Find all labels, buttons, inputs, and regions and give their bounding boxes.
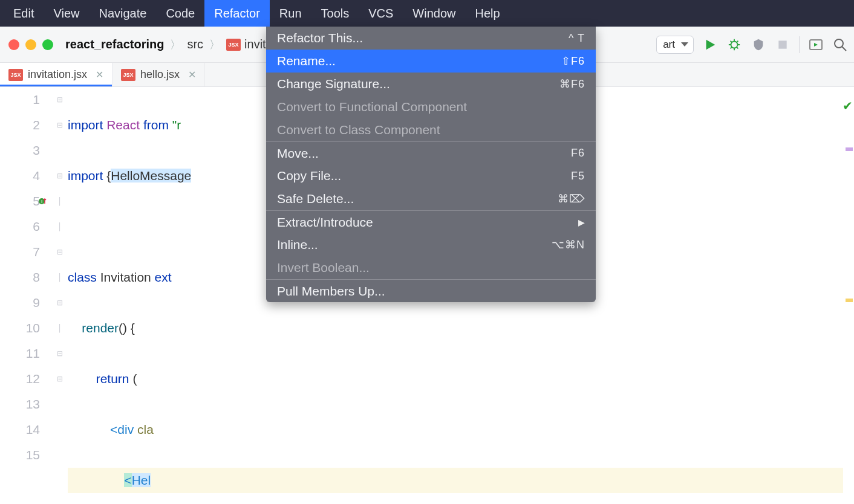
tab-label: invitation.jsx: [28, 68, 87, 81]
menu-safe-delete[interactable]: Safe Delete... ⌘⌦: [266, 187, 596, 210]
line-number: 7: [0, 239, 42, 265]
shortcut-label: ⌥⌘N: [552, 238, 585, 251]
menubar: Edit View Navigate Code Refactor Run Too…: [0, 0, 854, 27]
fold-icon[interactable]: ⊟: [54, 341, 65, 366]
run-anything-icon[interactable]: [808, 37, 824, 53]
menu-pull-members-up[interactable]: Pull Members Up...: [266, 279, 596, 302]
run-toolbar: art: [656, 27, 848, 62]
menu-change-signature[interactable]: Change Signature... ⌘F6: [266, 73, 596, 95]
menu-inline[interactable]: Inline... ⌥⌘N: [266, 233, 596, 256]
menu-vcs[interactable]: VCS: [359, 0, 403, 27]
menu-convert-class: Convert to Class Component: [266, 118, 596, 141]
menu-refactor-this[interactable]: Refactor This... ^ T: [266, 27, 596, 50]
menu-help[interactable]: Help: [465, 0, 509, 27]
tab-invitation[interactable]: JSX invitation.jsx ✕: [0, 63, 112, 86]
menu-edit[interactable]: Edit: [4, 0, 44, 27]
svg-point-3: [835, 39, 843, 48]
implement-method-icon[interactable]: I: [33, 189, 53, 214]
menu-rename[interactable]: Rename... ⇧F6: [266, 50, 596, 73]
shortcut-label: F5: [571, 170, 585, 183]
chevron-right-icon: ▶: [578, 218, 585, 227]
shortcut-label: ^ T: [569, 32, 585, 45]
debug-icon[interactable]: [726, 37, 742, 53]
svg-rect-1: [778, 40, 786, 48]
warning-marker[interactable]: [846, 147, 853, 151]
menu-item-label: Inline...: [277, 237, 318, 252]
shortcut-label: ⌘F6: [559, 77, 585, 91]
menu-item-label: Convert to Functional Component: [277, 100, 467, 114]
fold-icon[interactable]: ⊟: [54, 239, 65, 265]
svg-line-4: [842, 47, 846, 51]
line-number: 12: [0, 366, 42, 392]
menu-invert-boolean: Invert Boolean...: [266, 256, 596, 279]
shortcut-label: ⌘⌦: [558, 192, 585, 205]
tab-label: hello.jsx: [140, 68, 180, 81]
breadcrumb-folder[interactable]: src: [187, 37, 203, 51]
refactor-menu-dropdown: Refactor This... ^ T Rename... ⇧F6 Chang…: [266, 27, 596, 302]
run-config-label: art: [663, 39, 675, 51]
line-number: 9: [0, 290, 42, 315]
line-number: 11: [0, 341, 42, 366]
chevron-right-icon: 〉: [170, 37, 181, 52]
fold-icon[interactable]: │: [54, 189, 65, 214]
menu-navigate[interactable]: Navigate: [89, 0, 156, 27]
stop-icon[interactable]: [775, 37, 790, 53]
fold-icon[interactable]: ⊟: [54, 87, 65, 112]
fold-icon[interactable]: ⊟: [54, 163, 65, 189]
line-number: 6: [0, 214, 42, 239]
chevron-down-icon: [681, 42, 688, 47]
svg-text:I: I: [41, 199, 42, 204]
chevron-right-icon: 〉: [209, 37, 220, 52]
tab-hello[interactable]: JSX hello.jsx ✕: [112, 63, 205, 86]
breadcrumb: react_refactoring 〉 src 〉 JSX invitat: [65, 37, 276, 52]
menu-item-label: Extract/Introduce: [277, 215, 373, 230]
right-marker-bar: ✔: [843, 87, 854, 504]
run-config-select[interactable]: art: [656, 36, 694, 54]
zoom-window-icon[interactable]: [42, 39, 53, 50]
menu-window[interactable]: Window: [403, 0, 465, 27]
menu-tools[interactable]: Tools: [311, 0, 359, 27]
inspection-ok-icon[interactable]: ✔: [843, 93, 853, 118]
warning-marker[interactable]: [846, 299, 853, 302]
search-icon[interactable]: [832, 37, 848, 53]
menu-copy-file[interactable]: Copy File... F5: [266, 164, 596, 187]
jsx-file-icon: JSX: [226, 39, 241, 51]
menu-item-label: Pull Members Up...: [277, 284, 385, 299]
menu-item-label: Refactor This...: [277, 31, 363, 45]
line-gutter: 1 2 3 4 5 6 7 8 9 10 11 12 13 14 15 I: [0, 87, 54, 504]
fold-gutter: ⊟ ⊟ ⊟ │ │ ⊟ │ ⊟ │ ⊟ ⊟: [54, 87, 65, 504]
window-controls: [5, 39, 59, 50]
menu-run[interactable]: Run: [270, 0, 311, 27]
fold-icon[interactable]: ⊟: [54, 290, 65, 315]
coverage-icon[interactable]: [751, 37, 766, 53]
menu-code[interactable]: Code: [156, 0, 204, 27]
shortcut-label: ⇧F6: [561, 54, 585, 68]
menu-item-label: Rename...: [277, 54, 336, 68]
menu-item-label: Safe Delete...: [277, 192, 354, 206]
close-window-icon[interactable]: [8, 39, 19, 50]
run-icon[interactable]: [702, 37, 718, 53]
jsx-file-icon: JSX: [8, 69, 23, 81]
line-number: 8: [0, 265, 42, 290]
shortcut-label: F6: [571, 147, 585, 160]
menu-move[interactable]: Move... F6: [266, 141, 596, 164]
minimize-window-icon[interactable]: [25, 39, 36, 50]
line-number: 14: [0, 417, 42, 442]
menu-extract-introduce[interactable]: Extract/Introduce ▶: [266, 210, 596, 233]
line-number: 10: [0, 315, 42, 341]
jsx-file-icon: JSX: [121, 69, 135, 81]
line-number: 13: [0, 392, 42, 417]
line-number: 15: [0, 442, 42, 468]
fold-icon[interactable]: ⊟: [54, 112, 65, 138]
menu-view[interactable]: View: [44, 0, 89, 27]
close-tab-icon[interactable]: ✕: [188, 69, 196, 80]
close-tab-icon[interactable]: ✕: [96, 69, 103, 80]
fold-icon[interactable]: ⊟: [54, 366, 65, 392]
menu-item-label: Convert to Class Component: [277, 123, 440, 137]
menu-item-label: Move...: [277, 146, 319, 161]
menu-refactor[interactable]: Refactor: [204, 0, 270, 27]
breadcrumb-project[interactable]: react_refactoring: [65, 37, 164, 51]
menu-convert-functional: Convert to Functional Component: [266, 95, 596, 118]
menu-item-label: Copy File...: [277, 169, 341, 183]
menu-item-label: Invert Boolean...: [277, 260, 370, 275]
